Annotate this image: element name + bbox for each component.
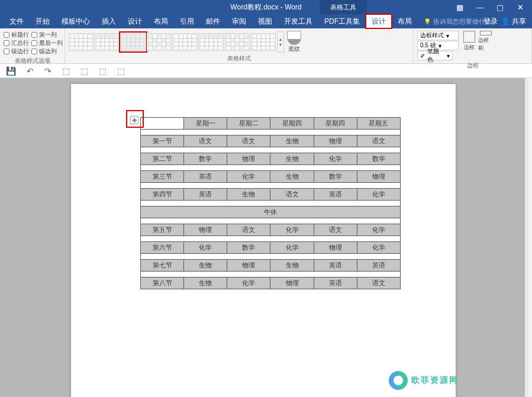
table-cell[interactable]: 化学 — [227, 277, 270, 289]
table-cell[interactable]: 化学 — [184, 242, 227, 254]
style-thumb-2[interactable] — [95, 33, 120, 51]
style-thumb-3[interactable] — [121, 33, 146, 51]
table-cell[interactable]: 星期五 — [357, 118, 400, 130]
table-cell[interactable]: 化学 — [314, 153, 357, 165]
table-cell[interactable]: 物理 — [184, 224, 227, 236]
table-cell[interactable]: 数学 — [357, 153, 400, 165]
table-cell[interactable] — [141, 118, 184, 130]
ribbon-display-icon[interactable]: ▦ — [455, 3, 465, 12]
undo-icon[interactable]: ↶ — [27, 66, 34, 76]
login-button[interactable]: 登录 — [483, 17, 498, 27]
table-cell[interactable]: 物理 — [314, 135, 357, 147]
style-thumb-5[interactable] — [173, 33, 198, 51]
tab-layout[interactable]: 布局 — [148, 14, 174, 28]
table-cell[interactable]: 英语 — [314, 277, 357, 289]
page[interactable]: ✥ 星期一星期二星期四星期四星期五第一节语文语文生物物理语文第二节数学物理生物化… — [71, 84, 456, 397]
table-cell[interactable]: 第七节 — [141, 260, 184, 272]
table-cell[interactable]: 生物 — [270, 260, 314, 272]
table-cell[interactable]: 星期四 — [270, 118, 314, 130]
table-cell[interactable]: 语文 — [270, 189, 314, 201]
table-cell[interactable]: 第五节 — [141, 224, 184, 236]
tab-insert[interactable]: 插入 — [96, 14, 122, 28]
table-cell[interactable]: 数学 — [314, 171, 357, 183]
table-cell[interactable]: 化学 — [270, 224, 314, 236]
qat-icon-5[interactable]: ⬚ — [80, 66, 88, 76]
table-cell[interactable]: 第六节 — [141, 242, 184, 254]
table-cell[interactable]: 生物 — [227, 189, 270, 201]
table-cell[interactable]: 物理 — [227, 153, 270, 165]
table-cell[interactable]: 第四节 — [141, 189, 184, 201]
table-cell[interactable]: 午休 — [141, 206, 401, 218]
tab-developer[interactable]: 开发工具 — [278, 14, 318, 28]
tab-template[interactable]: 模板中心 — [56, 14, 96, 28]
tab-references[interactable]: 引用 — [174, 14, 200, 28]
opt-banded-col[interactable]: 镶边列 — [31, 47, 63, 56]
opt-last-col[interactable]: 最后一列 — [31, 39, 63, 47]
table-cell[interactable]: 星期四 — [314, 118, 357, 130]
style-thumb-8[interactable] — [251, 33, 276, 51]
tab-table-design[interactable]: 设计 — [366, 14, 392, 28]
tab-design[interactable]: 设计 — [122, 14, 148, 28]
save-icon[interactable]: 💾 — [6, 66, 16, 76]
table-cell[interactable]: 第三节 — [141, 171, 184, 183]
table-cell[interactable]: 英语 — [314, 189, 357, 201]
schedule-table[interactable]: 星期一星期二星期四星期四星期五第一节语文语文生物物理语文第二节数学物理生物化学数… — [140, 117, 401, 289]
table-cell[interactable]: 英语 — [184, 171, 227, 183]
maximize-icon[interactable]: ▢ — [495, 3, 505, 12]
table-cell[interactable]: 第一节 — [141, 135, 184, 147]
share-button[interactable]: 👤 共享 — [501, 17, 526, 27]
table-cell[interactable]: 星期一 — [184, 118, 227, 130]
style-thumb-1[interactable] — [69, 33, 93, 51]
qat-icon-6[interactable]: ⬚ — [99, 66, 107, 76]
table-cell[interactable]: 生物 — [270, 135, 314, 147]
tab-file[interactable]: 文件 — [4, 14, 30, 28]
tab-table-layout[interactable]: 布局 — [392, 14, 418, 28]
table-cell[interactable]: 语文 — [314, 224, 357, 236]
close-icon[interactable]: ✕ — [515, 3, 525, 12]
table-cell[interactable]: 物理 — [270, 277, 314, 289]
table-cell[interactable]: 生物 — [184, 277, 227, 289]
borders-button[interactable]: 边框 — [462, 31, 477, 52]
style-thumb-6[interactable] — [199, 33, 224, 51]
table-cell[interactable]: 语文 — [357, 135, 400, 147]
table-cell[interactable]: 生物 — [270, 171, 314, 183]
style-thumb-4[interactable] — [147, 33, 172, 51]
table-cell[interactable]: 英语 — [314, 260, 357, 272]
table-cell[interactable]: 第二节 — [141, 153, 184, 165]
vertical-scrollbar[interactable] — [525, 78, 528, 397]
table-cell[interactable]: 数学 — [184, 153, 227, 165]
table-cell[interactable]: 化学 — [357, 242, 400, 254]
table-cell[interactable]: 语文 — [227, 135, 270, 147]
opt-total-row[interactable]: 汇总行 — [4, 39, 29, 47]
table-cell[interactable]: 第八节 — [141, 277, 184, 289]
table-cell[interactable]: 化学 — [357, 189, 400, 201]
table-cell[interactable]: 语文 — [357, 277, 400, 289]
qat-icon-7[interactable]: ⬚ — [117, 66, 125, 76]
table-cell[interactable]: 物理 — [357, 171, 400, 183]
opt-banded-row[interactable]: 镶边行 — [4, 47, 29, 56]
tab-view[interactable]: 视图 — [252, 14, 278, 28]
tab-pdf[interactable]: PDF工具集 — [318, 14, 366, 28]
redo-icon[interactable]: ↷ — [44, 66, 51, 76]
opt-header-row[interactable]: 标题行 — [4, 31, 29, 39]
opt-first-col[interactable]: 第一列 — [31, 31, 63, 39]
style-thumb-7[interactable] — [225, 33, 250, 51]
table-cell[interactable]: 物理 — [227, 260, 270, 272]
tab-review[interactable]: 审阅 — [226, 14, 252, 28]
tab-mailings[interactable]: 邮件 — [200, 14, 226, 28]
shading-button[interactable]: 底纹 — [285, 31, 303, 53]
qat-icon-4[interactable]: ⬚ — [62, 66, 70, 76]
table-cell[interactable]: 语文 — [184, 135, 227, 147]
table-cell[interactable]: 物理 — [314, 242, 357, 254]
border-painter-button[interactable]: 边框刷 — [478, 31, 494, 52]
border-style-dropdown[interactable]: 边框样式 ▾ — [417, 31, 459, 40]
table-cell[interactable]: 化学 — [357, 224, 400, 236]
table-cell[interactable]: 语文 — [227, 224, 270, 236]
table-cell[interactable]: 化学 — [227, 171, 270, 183]
table-cell[interactable]: 英语 — [357, 260, 400, 272]
styles-gallery-expand[interactable]: ▴▾ — [277, 31, 284, 53]
table-cell[interactable]: 英语 — [184, 189, 227, 201]
table-cell[interactable]: 星期二 — [227, 118, 270, 130]
pen-color-dropdown[interactable]: ✐ 笔颜色 ▾ — [417, 51, 453, 60]
tab-home[interactable]: 开始 — [30, 14, 56, 28]
